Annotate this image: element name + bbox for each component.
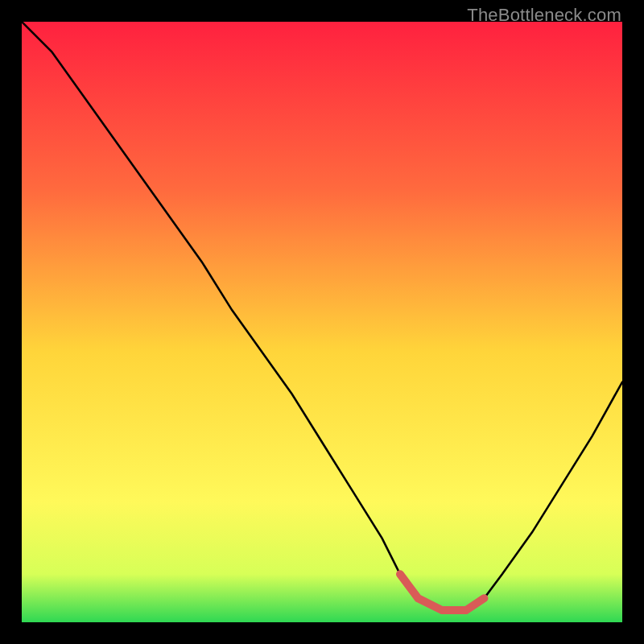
chart-frame [22, 22, 622, 622]
bottleneck-curve [22, 22, 622, 622]
watermark-text: TheBottleneck.com [467, 5, 621, 26]
